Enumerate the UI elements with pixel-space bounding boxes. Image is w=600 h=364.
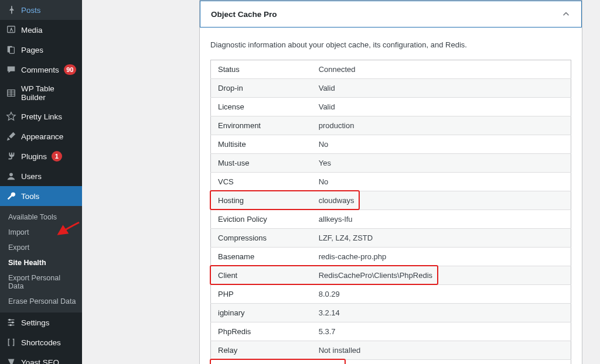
sidebar-item-yoast-seo[interactable]: Yoast SEO: [0, 352, 82, 364]
sidebar-item-label: Pages: [21, 46, 43, 54]
submenu-item-export-personal-data[interactable]: Export Personal Data: [0, 270, 82, 294]
sidebar-item-label: Pretty Links: [21, 112, 62, 121]
row-label: PHP: [211, 285, 312, 304]
sidebar-item-label: Settings: [21, 318, 49, 327]
panel-body: Diagnostic information about your object…: [200, 28, 582, 364]
brush-icon: [6, 131, 16, 142]
sidebar-item-label: Users: [21, 172, 42, 181]
row-value: RedisCachePro\Clients\PhpRedis: [312, 266, 571, 285]
table-row: Basenameredis-cache-pro.php: [211, 248, 571, 266]
sidebar-item-label: Media: [21, 26, 42, 35]
row-value: Connected: [312, 60, 571, 79]
sidebar-item-settings[interactable]: Settings: [0, 313, 82, 332]
row-label: Compressions: [211, 229, 312, 248]
row-label: Basename: [211, 248, 312, 266]
sidebar-item-label: Plugins: [21, 152, 47, 161]
yoast-icon: [6, 357, 16, 364]
row-value: Yes: [312, 154, 571, 173]
row-label: Status: [211, 60, 312, 79]
row-value: production: [312, 116, 571, 135]
table-row: Eviction Policyallkeys-lfu: [211, 210, 571, 229]
sliders-icon: [6, 317, 16, 328]
submenu-item-site-health[interactable]: Site Health: [0, 255, 82, 270]
sidebar-item-appearance[interactable]: Appearance: [0, 126, 82, 146]
table-row: RelayNot installed: [211, 341, 571, 360]
row-value: Not installed: [312, 341, 571, 360]
sidebar-item-label: WP Table Builder: [21, 84, 76, 102]
row-label: Drop-in: [211, 79, 312, 98]
row-label: Redis: [211, 360, 312, 365]
row-label: Client: [211, 266, 312, 285]
row-value: cloudways: [312, 191, 571, 210]
user-icon: [6, 171, 16, 181]
table-row: PHP8.0.29: [211, 285, 571, 304]
row-label: Multisite: [211, 135, 312, 154]
health-panel: Object Cache Pro Diagnostic information …: [199, 0, 582, 364]
sidebar-item-pages[interactable]: Pages: [0, 40, 82, 60]
sidebar-item-label: Posts: [21, 6, 41, 15]
row-label: PhpRedis: [211, 322, 312, 341]
table-row: Hostingcloudways: [211, 191, 571, 210]
table-row: VCSNo: [211, 173, 571, 191]
row-label: License: [211, 98, 312, 116]
table-row: PhpRedis5.3.7: [211, 322, 571, 341]
submenu-item-export[interactable]: Export: [0, 240, 82, 255]
row-value: 7.0.12: [312, 360, 571, 365]
notification-badge: 1: [52, 151, 62, 162]
row-label: Must-use: [211, 154, 312, 173]
svg-point-8: [9, 173, 13, 176]
sidebar-item-shortcodes[interactable]: Shortcodes: [0, 332, 82, 352]
row-value: LZF, LZ4, ZSTD: [312, 229, 571, 248]
page-icon: [6, 44, 16, 55]
content-area: Object Cache Pro Diagnostic information …: [82, 0, 600, 364]
comment-icon: [6, 64, 16, 75]
sidebar-item-tools[interactable]: Tools: [0, 186, 82, 206]
sidebar-item-label: Tools: [21, 192, 39, 201]
sidebar-item-label: Comments: [21, 66, 59, 74]
svg-point-10: [9, 319, 11, 321]
submenu-item-erase-personal-data[interactable]: Erase Personal Data: [0, 294, 82, 309]
table-row: igbinary3.2.14: [211, 304, 571, 322]
row-value: Valid: [312, 98, 571, 116]
sidebar-item-media[interactable]: Media: [0, 20, 82, 40]
table-row: Environmentproduction: [211, 116, 571, 135]
submenu-item-import[interactable]: Import: [0, 225, 82, 240]
svg-point-1: [11, 29, 12, 30]
table-row: CompressionsLZF, LZ4, ZSTD: [211, 229, 571, 248]
row-label: Hosting: [211, 191, 312, 210]
sidebar-item-comments[interactable]: Comments90: [0, 60, 82, 80]
row-value: 5.3.7: [312, 322, 571, 341]
svg-rect-3: [9, 47, 14, 54]
sidebar-item-label: Appearance: [21, 132, 63, 141]
sidebar-item-posts[interactable]: Posts: [0, 0, 82, 20]
row-label: igbinary: [211, 304, 312, 322]
panel-header-toggle[interactable]: Object Cache Pro: [200, 1, 582, 28]
sidebar-item-wp-table-builder[interactable]: WP Table Builder: [0, 80, 82, 107]
diagnostic-table: StatusConnectedDrop-inValidLicenseValidE…: [210, 60, 571, 364]
table-row: MultisiteNo: [211, 135, 571, 154]
table-icon: [6, 88, 16, 98]
row-value: 8.0.29: [312, 285, 571, 304]
row-value: No: [312, 173, 571, 191]
row-value: 3.2.14: [312, 304, 571, 322]
row-value: redis-cache-pro.php: [312, 248, 571, 266]
sidebar-item-pretty-links[interactable]: Pretty Links: [0, 107, 82, 126]
row-value: allkeys-lfu: [312, 210, 571, 229]
star-icon: [6, 111, 16, 122]
submenu-item-available-tools[interactable]: Available Tools: [0, 210, 82, 225]
media-icon: [6, 25, 16, 35]
table-row: ClientRedisCachePro\Clients\PhpRedis: [211, 266, 571, 285]
table-row: StatusConnected: [211, 60, 571, 79]
panel-title: Object Cache Pro: [211, 10, 277, 19]
svg-point-12: [12, 321, 14, 324]
sidebar-item-users[interactable]: Users: [0, 166, 82, 186]
plug-icon: [6, 151, 16, 162]
brackets-icon: [6, 337, 16, 348]
sidebar-item-plugins[interactable]: Plugins1: [0, 146, 82, 166]
svg-point-14: [9, 324, 12, 327]
notification-badge: 90: [64, 64, 76, 75]
table-row: LicenseValid: [211, 98, 571, 116]
row-label: VCS: [211, 173, 312, 191]
sidebar-item-label: Shortcodes: [21, 338, 61, 347]
row-label: Environment: [211, 116, 312, 135]
